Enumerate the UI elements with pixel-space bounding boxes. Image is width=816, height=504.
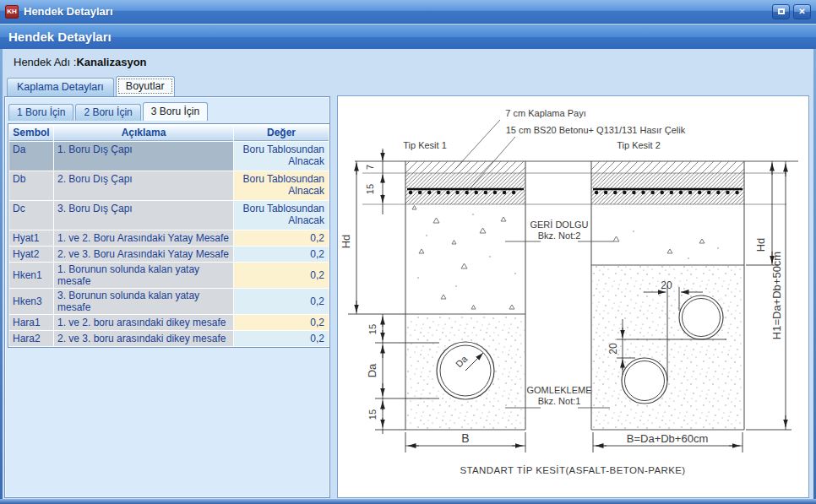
table-row[interactable]: Hken1 1. Borunun solunda kalan yatay mes… <box>9 263 329 288</box>
cell-desc[interactable]: 3. Borunun solunda kalan yatay mesafe <box>54 289 233 314</box>
table-row[interactable]: Hara1 1. ve 2. boru arasındaki dikey mes… <box>9 315 329 330</box>
table-row[interactable]: Hyat2 2. ve 3. Boru Arasındaki Yatay Mes… <box>9 247 329 262</box>
cell-symbol[interactable]: Da <box>9 142 53 171</box>
subtab-1-boru-icin[interactable]: 1 Boru İçin <box>8 104 73 121</box>
col-header-aciklama: Açıklama <box>54 125 233 141</box>
cell-symbol[interactable]: Hara2 <box>9 331 53 346</box>
window-edge-bottom <box>0 499 816 504</box>
main-tabstrip: Kaplama Detayları Boyutlar <box>7 78 177 96</box>
col-header-sembol: Sembol <box>9 125 53 141</box>
subtab-2-boru-icin[interactable]: 2 Boru İçin <box>75 104 140 121</box>
page-title: Hendek Detayları <box>8 30 112 44</box>
cell-symbol[interactable]: Hyat1 <box>9 230 53 246</box>
cell-value[interactable]: 0,2 <box>234 315 329 330</box>
app-icon: KH <box>5 5 19 19</box>
cell-value[interactable]: 0,2 <box>234 289 329 314</box>
kaplama-callout: 7 cm Kaplama Payı <box>505 108 585 118</box>
cell-desc[interactable]: 1. Borunun solunda kalan yatay mesafe <box>54 263 233 288</box>
trench-name-label: Hendek Adı : <box>14 56 76 68</box>
tab-kaplama-detaylari[interactable]: Kaplama Detayları <box>7 78 114 96</box>
cell-value[interactable]: 0,2 <box>234 230 329 246</box>
drawing-caption: STANDART TİP KESİT(ASFALT-BETON-PARKE) <box>460 465 685 475</box>
tip-kesit-1-label: Tip Kesit 1 <box>403 140 447 150</box>
title-bar[interactable]: KH Hendek Detayları ✕ <box>0 0 816 24</box>
col-header-deger: Değer <box>234 125 329 141</box>
tip-kesit-2-label: Tip Kesit 2 <box>617 140 661 150</box>
cell-desc[interactable]: 3. Boru Dış Çapı <box>54 201 233 230</box>
dim-15-top: 15 <box>365 184 375 194</box>
h1-formula: H1=Da+Db+50cm <box>770 252 783 339</box>
table-row[interactable]: Da 1. Boru Dış Çapı Boru Tablosundan Aln… <box>9 142 329 171</box>
cell-value[interactable]: Boru Tablosundan Alnacak <box>234 201 329 230</box>
cell-desc[interactable]: 2. Boru Dış Çapı <box>54 171 233 200</box>
trench-name-value: Kanalizasyon <box>76 56 146 68</box>
cell-value[interactable]: Boru Tablosundan Alnacak <box>234 142 329 171</box>
cell-desc[interactable]: 2. ve 3. Boru Arasındaki Yatay Mesafe <box>54 247 233 262</box>
cell-value[interactable]: 0,2 <box>234 247 329 262</box>
maximize-button[interactable] <box>772 4 790 19</box>
dim-da: Da <box>366 363 378 377</box>
tab-boyutlar[interactable]: Boyutlar <box>116 76 175 96</box>
geri-dolgu-note: Bkz. Not:2 <box>538 230 581 241</box>
cell-desc[interactable]: 1. Boru Dış Çapı <box>54 142 233 171</box>
geri-dolgu-label: GERİ DOLGU <box>530 219 588 230</box>
cell-symbol[interactable]: Hken3 <box>9 289 53 314</box>
parameters-table: Sembol Açıklama Değer Da 1. Boru Dış Çap… <box>8 123 330 348</box>
table-row[interactable]: Dc 3. Boru Dış Çapı Boru Tablosundan Aln… <box>9 201 329 230</box>
cell-desc[interactable]: 1. ve 2. Boru Arasındaki Yatay Mesafe <box>54 230 233 246</box>
dimensions-panel: 1 Boru İçin 2 Boru İçin 3 Boru İçin Semb… <box>4 96 330 498</box>
app-window: KH Hendek Detayları ✕ Hendek Detayları H… <box>0 0 816 504</box>
dim-20-horizontal: 20 <box>661 279 672 291</box>
dim-b-formula: B=Da+Db+60cm <box>627 432 708 445</box>
maximize-icon <box>778 8 785 14</box>
cell-desc[interactable]: 2. ve 3. boru arasındaki dikey mesafe <box>54 331 233 346</box>
cell-value[interactable]: Boru Tablosundan Alnacak <box>234 171 329 200</box>
dim-20-vertical: 20 <box>607 343 619 355</box>
hd-dim-left: Hd <box>340 235 352 249</box>
trench-name-line: Hendek Adı :Kanalizasyon <box>14 56 147 68</box>
trench-drawing-svg: Da Hd 7 15 15 Da 15 <box>338 96 808 497</box>
cell-symbol[interactable]: Db <box>9 171 53 200</box>
pipe-count-tabstrip: 1 Boru İçin 2 Boru İçin 3 Boru İçin <box>8 102 209 121</box>
gomlekleme-note: Bkz. Not:1 <box>538 396 581 406</box>
beton-callout: 15 cm BS20 Betonu+ Q131/131 Hasır Çelik <box>506 125 686 135</box>
cell-value[interactable]: 0,2 <box>234 331 329 346</box>
window-title: Hendek Detayları <box>24 5 769 18</box>
table-row[interactable]: Hyat1 1. ve 2. Boru Arasındaki Yatay Mes… <box>9 230 329 246</box>
table-row[interactable]: Hken3 3. Borunun solunda kalan yatay mes… <box>9 289 329 314</box>
close-icon: ✕ <box>798 7 805 16</box>
table-row[interactable]: Hara2 2. ve 3. boru arasındaki dikey mes… <box>9 331 329 346</box>
dim-15-cover-bottom: 15 <box>367 409 378 420</box>
dim-15-cover-top: 15 <box>367 324 378 334</box>
gomlekleme-label: GOMLEKLEME <box>526 385 591 395</box>
cell-value[interactable]: 0,2 <box>234 263 329 288</box>
page-header: Hendek Detayları <box>0 24 816 49</box>
dim-7: 7 <box>365 165 375 170</box>
close-button[interactable]: ✕ <box>793 4 811 19</box>
cell-symbol[interactable]: Hara1 <box>9 315 53 330</box>
table-row[interactable]: Db 2. Boru Dış Çapı Boru Tablosundan Aln… <box>9 171 329 200</box>
cross-section-drawing: Da Hd 7 15 15 Da 15 <box>337 95 809 498</box>
window-edge-left <box>0 49 3 504</box>
hd-dim-right: Hd <box>754 238 767 252</box>
cell-desc[interactable]: 1. ve 2. boru arasındaki dikey mesafe <box>54 315 233 330</box>
cell-symbol[interactable]: Hken1 <box>9 263 53 288</box>
table-header-row: Sembol Açıklama Değer <box>9 125 329 141</box>
subtab-3-boru-icin[interactable]: 3 Boru İçin <box>143 102 208 121</box>
dim-b: B <box>461 431 469 445</box>
cell-symbol[interactable]: Hyat2 <box>9 247 53 262</box>
cell-symbol[interactable]: Dc <box>9 201 53 230</box>
